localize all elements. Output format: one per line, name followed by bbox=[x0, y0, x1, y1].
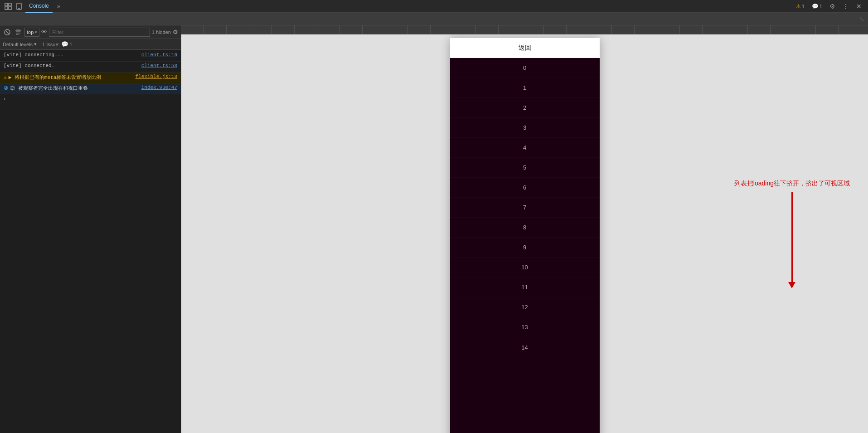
console-link-0[interactable]: client.ts:16 bbox=[141, 52, 177, 58]
issue-icon: 💬 bbox=[61, 41, 68, 48]
devtools-icon-inspect[interactable] bbox=[4, 2, 13, 11]
devtools-more-button[interactable]: ⋮ bbox=[840, 0, 852, 13]
console-message-2: ⚠ ▶ 将根据已有的meta标签未设置缩放比例 flexible.js:13 bbox=[0, 73, 181, 83]
more-tabs-button[interactable]: » bbox=[54, 3, 63, 10]
console-eye-icon[interactable]: 👁 bbox=[41, 29, 47, 35]
annotation-area: 列表把loading往下挤开，挤出了可视区域 bbox=[734, 180, 850, 283]
mobile-device-frame: 返回 0 1 2 3 4 5 6 7 8 9 10 11 12 1 bbox=[450, 38, 600, 433]
list-item: 8 bbox=[450, 218, 600, 238]
message-badge[interactable]: 💬 1 bbox=[809, 0, 825, 13]
device-toggle-icon[interactable] bbox=[15, 2, 24, 11]
default-levels-dropdown[interactable]: Default levels ▾ bbox=[3, 41, 37, 47]
list-item: 7 bbox=[450, 198, 600, 218]
list-item: 0 bbox=[450, 58, 600, 78]
mobile-app-header: 返回 bbox=[450, 38, 600, 58]
ruler-ticks bbox=[181, 25, 868, 34]
list-container[interactable]: 0 1 2 3 4 5 6 7 8 9 10 11 12 13 14 bbox=[450, 58, 600, 433]
console-message-0: [vite] connecting... client.ts:16 bbox=[0, 51, 181, 62]
back-button[interactable]: 返回 bbox=[519, 44, 531, 52]
list-item: 2 bbox=[450, 98, 600, 118]
list-item: 9 bbox=[450, 238, 600, 258]
warning-badge[interactable]: ⚠ 1 bbox=[793, 0, 807, 13]
list-item: 14 bbox=[450, 337, 600, 357]
console-levels-bar: Default levels ▾ 1 Issue: 💬 1 bbox=[0, 39, 181, 50]
devtools-close-button[interactable]: ✕ bbox=[853, 0, 864, 13]
hidden-count: 1 hidden bbox=[152, 29, 171, 35]
list-item: 11 bbox=[450, 277, 600, 297]
console-settings-icon[interactable]: ⚙ bbox=[173, 29, 178, 35]
list-item: 4 bbox=[450, 138, 600, 158]
issue-badge[interactable]: 1 Issue: 💬 1 bbox=[42, 41, 73, 48]
main-area: top ▾ 👁 1 hidden ⚙ Default levels ▾ 1 Is… bbox=[0, 25, 868, 433]
devtools-tab-bar: Console » ⚠ 1 💬 1 ⚙ ⋮ ✕ bbox=[0, 0, 868, 13]
preserve-log-button[interactable] bbox=[14, 28, 23, 37]
list-item: 1 bbox=[450, 78, 600, 98]
warning-icon: ⚠ bbox=[4, 74, 7, 80]
console-message-1: [vite] connected. client.ts:53 bbox=[0, 62, 181, 73]
list-item: 13 bbox=[450, 317, 600, 337]
svg-rect-3 bbox=[9, 7, 11, 10]
console-toolbar: top ▾ 👁 1 hidden ⚙ bbox=[0, 25, 181, 39]
console-link-1[interactable]: client.ts:53 bbox=[141, 63, 177, 68]
tab-console[interactable]: Console bbox=[25, 0, 53, 13]
context-selector[interactable]: top ▾ bbox=[24, 28, 39, 37]
resize-icon: ⤡ bbox=[859, 15, 864, 23]
ruler bbox=[181, 25, 868, 34]
annotation-arrow bbox=[791, 192, 793, 283]
console-expand-arrow[interactable]: › bbox=[0, 94, 181, 103]
annotation-text: 列表把loading往下挤开，挤出了可视区域 bbox=[734, 180, 850, 188]
console-link-2[interactable]: flexible.js:13 bbox=[136, 74, 177, 79]
list-item: 3 bbox=[450, 118, 600, 138]
svg-rect-1 bbox=[9, 3, 11, 6]
svg-rect-2 bbox=[5, 7, 8, 10]
console-panel: top ▾ 👁 1 hidden ⚙ Default levels ▾ 1 Is… bbox=[0, 25, 181, 433]
list-item: 12 bbox=[450, 297, 600, 317]
browser-preview-panel: 返回 0 1 2 3 4 5 6 7 8 9 10 11 12 1 bbox=[181, 25, 868, 433]
info-icon: ② bbox=[4, 85, 8, 91]
console-messages-list[interactable]: [vite] connecting... client.ts:16 [vite]… bbox=[0, 50, 181, 433]
svg-line-7 bbox=[6, 31, 9, 34]
list-item: 5 bbox=[450, 158, 600, 178]
console-link-3[interactable]: index.vue:47 bbox=[141, 85, 177, 90]
browser-device-toolbar: Dimensions: iPhone XR ▾ x 96% ▾ No throt… bbox=[0, 13, 868, 25]
console-filter-input[interactable] bbox=[49, 28, 150, 37]
list-item: 10 bbox=[450, 258, 600, 277]
clear-console-button[interactable] bbox=[3, 28, 12, 37]
list-item: 6 bbox=[450, 178, 600, 198]
preview-area[interactable]: 返回 0 1 2 3 4 5 6 7 8 9 10 11 12 1 bbox=[181, 34, 868, 433]
console-message-3: ② ② 被观察者完全出现在和视口重叠 index.vue:47 bbox=[0, 83, 181, 94]
devtools-settings-button[interactable]: ⚙ bbox=[827, 0, 838, 13]
svg-rect-0 bbox=[5, 3, 8, 6]
